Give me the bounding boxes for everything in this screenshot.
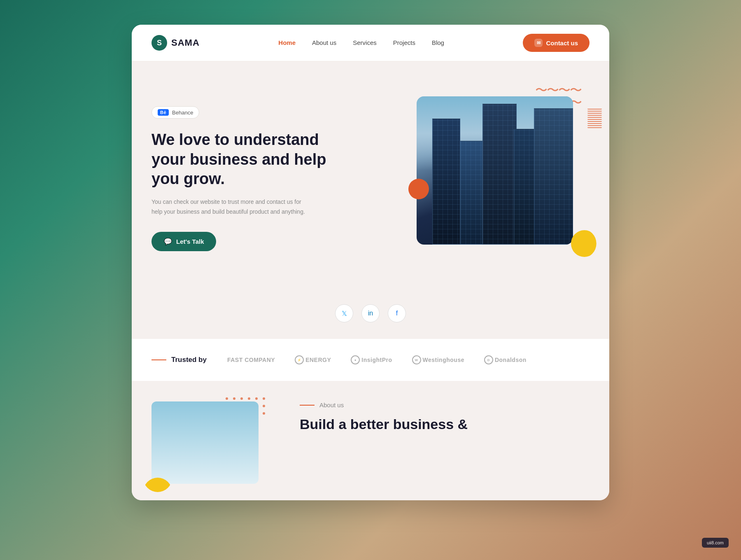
brand-insightpro: ● InsightPro [351, 355, 392, 364]
chat-icon: 💬 [164, 238, 172, 245]
nav-link-home[interactable]: Home [278, 39, 296, 46]
hero-subtitle: You can check our website to trust more … [151, 197, 308, 217]
about-line-decoration [300, 405, 315, 406]
about-title: Build a better business & [300, 415, 590, 433]
logo-text: SAMA [171, 37, 200, 48]
about-label: About us [300, 401, 590, 408]
behance-label: Behance [172, 110, 193, 116]
brand-fastcompany: FAST COMPANY [227, 357, 275, 363]
brand-westinghouse: W Westinghouse [412, 355, 464, 364]
about-image-content [151, 401, 259, 484]
nav-link-about[interactable]: About us [312, 39, 336, 46]
twitter-icon[interactable]: 𝕏 [335, 304, 353, 322]
hero-image-placeholder [417, 96, 573, 245]
nav-item-about[interactable]: About us [312, 39, 336, 47]
nav-item-services[interactable]: Services [353, 39, 377, 47]
about-label-text: About us [319, 401, 344, 408]
trusted-label: Trusted by [151, 356, 207, 364]
hero-left: Bē Behance We love to understand your bu… [151, 106, 349, 251]
brand-donaldson: D Donaldson [484, 355, 527, 364]
contact-button[interactable]: ✉ Contact us [523, 34, 590, 52]
building-2 [460, 141, 482, 245]
nav-item-blog[interactable]: Blog [432, 39, 444, 47]
yellow-moon-decoration [571, 230, 598, 257]
about-image-placeholder [151, 401, 259, 484]
logo-icon: S [151, 35, 167, 51]
hero-right: 〜〜〜〜〜〜〜〜〜〜〜 [417, 96, 590, 261]
squiggle-right-decoration [587, 109, 602, 128]
nav-link-blog[interactable]: Blog [432, 39, 444, 46]
nav-links: Home About us Services Projects Blog [278, 39, 444, 47]
hero-image [417, 96, 573, 245]
orange-circle-decoration [408, 179, 429, 199]
lets-talk-button[interactable]: 💬 Let's Talk [151, 232, 216, 251]
about-text-column: About us Build a better business & [300, 401, 590, 433]
behance-icon: Bē [158, 109, 169, 116]
navbar: S SAMA Home About us Services Projects B… [132, 25, 609, 61]
nav-item-home[interactable]: Home [278, 39, 296, 47]
hero-section: Bē Behance We love to understand your bu… [132, 61, 609, 292]
main-card: S SAMA Home About us Services Projects B… [132, 25, 609, 500]
about-section: About us Build a better business & [132, 381, 609, 500]
nav-link-projects[interactable]: Projects [393, 39, 415, 46]
building-1 [432, 119, 460, 245]
trusted-logos: FAST COMPANY ⚡ ENERGY ● InsightPro W Wes… [227, 355, 527, 364]
about-image-column [151, 401, 275, 484]
facebook-icon[interactable]: f [388, 304, 406, 322]
nav-item-projects[interactable]: Projects [393, 39, 415, 47]
behance-badge: Bē Behance [151, 106, 199, 119]
building-3 [482, 104, 517, 245]
trusted-section: Trusted by FAST COMPANY ⚡ ENERGY ● Insig… [132, 339, 609, 381]
building-5 [534, 108, 573, 245]
envelope-icon: ✉ [534, 39, 543, 47]
trusted-line-decoration [151, 359, 166, 360]
nav-link-services[interactable]: Services [353, 39, 377, 46]
hero-title: We love to understand your business and … [151, 130, 349, 189]
watermark: uii8.com [702, 538, 729, 548]
trusted-text: Trusted by [171, 356, 207, 364]
brand-energy: ⚡ ENERGY [295, 355, 331, 364]
social-bar: 𝕏 in f [132, 292, 609, 339]
logo-area: S SAMA [151, 35, 200, 51]
linkedin-icon[interactable]: in [361, 304, 380, 322]
